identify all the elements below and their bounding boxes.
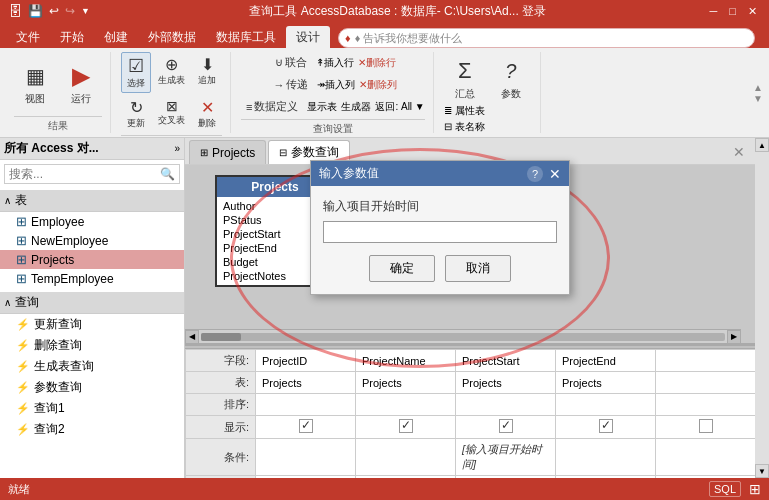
nav-item-deletequery[interactable]: ⚡ 删除查询 xyxy=(0,335,184,356)
tab-external[interactable]: 外部数据 xyxy=(138,26,206,48)
delete-button[interactable]: ✕ 删除 xyxy=(192,95,222,133)
crosstab-button[interactable]: ⊠ 交叉表 xyxy=(153,95,190,133)
nav-item-updatequery[interactable]: ⚡ 更新查询 xyxy=(0,314,184,335)
totals-button[interactable]: Σ 汇总 xyxy=(444,52,486,104)
hscroll-thumb[interactable] xyxy=(201,333,241,341)
return-label[interactable]: 返回: All ▼ xyxy=(375,100,424,114)
deleterow-label[interactable]: ✕删除行 xyxy=(358,56,396,70)
checkbox-show-3[interactable] xyxy=(499,419,513,433)
nav-item-query2[interactable]: ⚡ 查询2 xyxy=(0,419,184,440)
grid-cell-field-5[interactable] xyxy=(656,350,756,372)
tab-create[interactable]: 创建 xyxy=(94,26,138,48)
grid-cell-show-5[interactable] xyxy=(656,416,756,439)
update-button[interactable]: ↻ 更新 xyxy=(121,95,151,133)
grid-cell-criteria-5[interactable] xyxy=(656,439,756,476)
dialog-ok-button[interactable]: 确定 xyxy=(369,255,435,282)
tables-header[interactable]: ∧ 表 xyxy=(0,190,184,212)
grid-cell-field-1[interactable]: ProjectID xyxy=(256,350,356,372)
quick-save[interactable]: 💾 xyxy=(28,4,43,18)
props-label[interactable]: ≣ 属性表 xyxy=(444,104,485,118)
nav-item-makequery[interactable]: ⚡ 生成表查询 xyxy=(0,356,184,377)
union-button[interactable]: ⊍ 联合 xyxy=(270,52,312,73)
grid-cell-or-4[interactable] xyxy=(556,476,656,479)
table-icon-projects: ⊞ xyxy=(16,252,27,267)
grid-cell-criteria-3[interactable]: [输入项目开始时间] xyxy=(456,439,556,476)
grid-cell-field-4[interactable]: ProjectEnd xyxy=(556,350,656,372)
tab-projects[interactable]: ⊞ Projects xyxy=(189,140,266,164)
vscroll-down[interactable]: ▼ xyxy=(755,464,769,478)
search-box[interactable]: 🔍 xyxy=(4,164,180,184)
grid-cell-sort-4[interactable] xyxy=(556,394,656,416)
grid-cell-criteria-1[interactable] xyxy=(256,439,356,476)
tab-file[interactable]: 文件 xyxy=(6,26,50,48)
vscroll-up[interactable]: ▲ xyxy=(755,138,769,152)
close-button[interactable]: ✕ xyxy=(744,5,761,18)
nav-item-tempemployee[interactable]: ⊞ TempEmployee xyxy=(0,269,184,288)
dialog-input[interactable] xyxy=(323,221,557,243)
grid-cell-criteria-2[interactable] xyxy=(356,439,456,476)
checkbox-show-1[interactable] xyxy=(299,419,313,433)
nav-item-newemployee[interactable]: ⊞ NewEmployee xyxy=(0,231,184,250)
search-input[interactable] xyxy=(5,165,156,183)
grid-cell-or-2[interactable] xyxy=(356,476,456,479)
hscroll-right[interactable]: ▶ xyxy=(727,330,741,344)
checkbox-show-2[interactable] xyxy=(399,419,413,433)
queries-header[interactable]: ∧ 查询 xyxy=(0,292,184,314)
panel-arrow[interactable]: » xyxy=(174,143,180,154)
checkbox-show-4[interactable] xyxy=(599,419,613,433)
grid-cell-sort-3[interactable] xyxy=(456,394,556,416)
showtable-label[interactable]: 显示表 xyxy=(307,100,337,114)
grid-cell-sort-2[interactable] xyxy=(356,394,456,416)
grid-cell-sort-5[interactable] xyxy=(656,394,756,416)
dialog-close-button[interactable]: ✕ xyxy=(549,166,561,182)
quick-redo[interactable]: ↪ xyxy=(65,4,75,18)
search-submit-icon[interactable]: 🔍 xyxy=(156,165,179,183)
grid-cell-show-2[interactable] xyxy=(356,416,456,439)
status-icon[interactable]: ⊞ xyxy=(749,481,761,497)
builder-label[interactable]: 生成器 xyxy=(341,100,371,114)
dialog-cancel-button[interactable]: 取消 xyxy=(445,255,511,282)
select-button[interactable]: ☑ 选择 xyxy=(121,52,151,93)
pass-button[interactable]: → 传递 xyxy=(268,74,313,95)
ribbon-scroll-up[interactable]: ▲ xyxy=(753,82,763,93)
run-button[interactable]: ▶ 运行 xyxy=(60,57,102,109)
nav-item-paramquery[interactable]: ⚡ 参数查询 xyxy=(0,377,184,398)
tab-database-tools[interactable]: 数据库工具 xyxy=(206,26,286,48)
quick-dropdown[interactable]: ▼ xyxy=(81,6,90,16)
nav-item-query1[interactable]: ⚡ 查询1 xyxy=(0,398,184,419)
datadef-button[interactable]: ≡ 数据定义 xyxy=(241,96,303,117)
grid-cell-sort-1[interactable] xyxy=(256,394,356,416)
nav-item-employee[interactable]: ⊞ Employee xyxy=(0,212,184,231)
ribbon-scroll-down[interactable]: ▼ xyxy=(753,93,763,104)
hscroll-left[interactable]: ◀ xyxy=(185,330,199,344)
tablenames-label[interactable]: ⊟ 表名称 xyxy=(444,120,485,134)
grid-cell-or-1[interactable] xyxy=(256,476,356,479)
tab-start[interactable]: 开始 xyxy=(50,26,94,48)
grid-cell-show-1[interactable] xyxy=(256,416,356,439)
tab-close[interactable]: ✕ xyxy=(727,144,751,160)
checkbox-show-5[interactable] xyxy=(699,419,713,433)
tab-design[interactable]: 设计 xyxy=(286,26,330,48)
nav-item-projects[interactable]: ⊞ Projects xyxy=(0,250,184,269)
insertcol-label[interactable]: ↠插入列 xyxy=(317,78,355,92)
grid-cell-criteria-4[interactable] xyxy=(556,439,656,476)
make-button[interactable]: ⊕ 生成表 xyxy=(153,52,190,93)
sql-button[interactable]: SQL xyxy=(709,481,741,497)
grid-cell-field-2[interactable]: ProjectName xyxy=(356,350,456,372)
append-button[interactable]: ⬇ 追加 xyxy=(192,52,222,93)
grid-cell-or-3[interactable] xyxy=(456,476,556,479)
insertrow-label[interactable]: ↟插入行 xyxy=(316,56,354,70)
quick-undo[interactable]: ↩ xyxy=(49,4,59,18)
input-param-dialog[interactable]: 输入参数值 ? ✕ 输入项目开始时间 确定 取消 xyxy=(310,160,570,295)
dialog-questionmark[interactable]: ? xyxy=(527,166,543,182)
grid-cell-show-3[interactable] xyxy=(456,416,556,439)
deletecol-label[interactable]: ✕删除列 xyxy=(359,78,397,92)
view-button[interactable]: ▦ 视图 xyxy=(14,57,56,109)
grid-cell-show-4[interactable] xyxy=(556,416,656,439)
grid-cell-field-3[interactable]: ProjectStart xyxy=(456,350,556,372)
minimize-button[interactable]: ─ xyxy=(706,5,722,17)
grid-cell-or-5[interactable] xyxy=(656,476,756,479)
params-button[interactable]: ? 参数 xyxy=(490,52,532,104)
search-placeholder[interactable]: ♦ 告诉我你想要做什么 xyxy=(355,31,463,46)
maximize-button[interactable]: □ xyxy=(725,5,740,17)
